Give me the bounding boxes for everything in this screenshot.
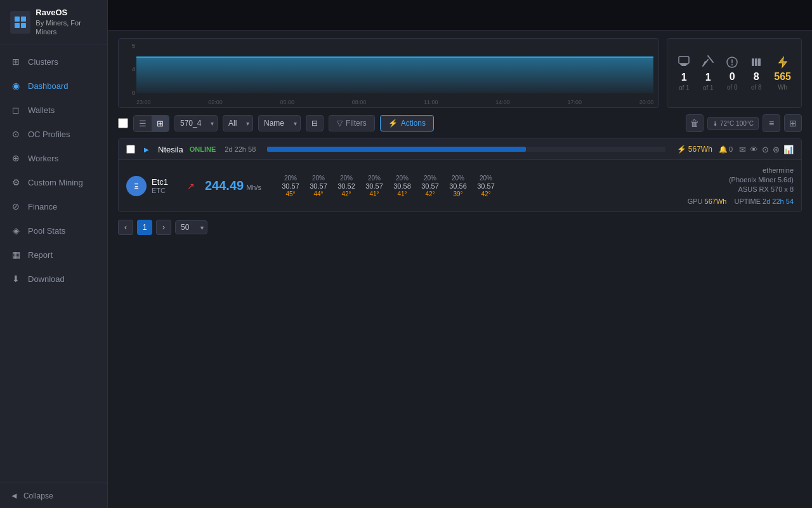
gpu-item: 20% 30.52 42° bbox=[334, 175, 358, 197]
sidebar-item-workers[interactable]: ⊕ Workers bbox=[0, 146, 107, 170]
custom-mining-icon: ⚙ bbox=[10, 177, 22, 188]
gpu-temp: 44° bbox=[313, 190, 323, 197]
gpu-pct: 20% bbox=[452, 175, 464, 182]
warnings-stat-value: 0 bbox=[730, 71, 735, 83]
svg-rect-14 bbox=[752, 58, 754, 66]
worker-main-hashrate: 244.49 Mh/s bbox=[205, 178, 268, 193]
thermometer-icon: 🌡 bbox=[712, 120, 719, 127]
settings-icon[interactable]: ⊙ bbox=[762, 145, 769, 154]
workers-stat-sub: of 1 bbox=[679, 84, 690, 91]
worker-uptime: 2d 22h 58 bbox=[225, 145, 256, 153]
gpu-pct: 20% bbox=[312, 175, 325, 182]
finance-icon: ⊘ bbox=[10, 201, 22, 212]
share-button[interactable]: ↗ bbox=[187, 181, 195, 191]
shield-icon[interactable]: ⊛ bbox=[773, 145, 780, 154]
filter-name-select[interactable]: 570_4 bbox=[174, 115, 218, 131]
page-1-button[interactable]: 1 bbox=[137, 220, 152, 235]
sidebar-item-label: Download bbox=[28, 274, 65, 284]
list-layout-button[interactable]: ≡ bbox=[763, 114, 780, 132]
delete-button[interactable]: 🗑 bbox=[686, 114, 704, 132]
select-all-checkbox[interactable] bbox=[118, 118, 128, 128]
view-toggle: ☰ ⊞ bbox=[133, 115, 169, 132]
gpu-pct: 20% bbox=[368, 175, 381, 182]
sidebar-item-label: Report bbox=[28, 250, 53, 260]
oc-profiles-icon: ⊙ bbox=[10, 128, 22, 140]
chart-y-label-mid: 4 bbox=[120, 66, 135, 72]
svg-rect-6 bbox=[681, 65, 686, 66]
sidebar-item-finance[interactable]: ⊘ Finance bbox=[0, 194, 107, 218]
message-icon[interactable]: ✉ bbox=[739, 145, 746, 154]
worker-name: Ntesila bbox=[158, 145, 183, 154]
collapse-arrow-icon: ◄ bbox=[10, 491, 18, 500]
collapse-button[interactable]: ◄ Collapse bbox=[0, 483, 107, 508]
sidebar-item-custom-mining[interactable]: ⚙ Custom Mining bbox=[0, 170, 107, 194]
grid-layout-button[interactable]: ⊞ bbox=[784, 114, 802, 132]
chart-x-label-4: 08:00 bbox=[352, 99, 367, 105]
actions-label: Actions bbox=[401, 119, 426, 128]
list-view-button[interactable]: ☰ bbox=[134, 116, 152, 131]
tune-button[interactable]: ⊟ bbox=[306, 115, 324, 131]
picks-stat-sub: of 1 bbox=[703, 84, 714, 91]
collapse-label: Collapse bbox=[23, 491, 53, 500]
sidebar: RaveOS By Miners, For Miners ⊞ Clusters … bbox=[0, 0, 108, 508]
tune-icon: ⊟ bbox=[311, 119, 318, 128]
worker-checkbox[interactable] bbox=[126, 145, 135, 154]
sidebar-item-wallets[interactable]: ◻ Wallets bbox=[0, 98, 107, 122]
sidebar-item-dashboard[interactable]: ◉ Dashboard bbox=[0, 74, 107, 98]
sidebar-item-download[interactable]: ⬇ Download bbox=[0, 267, 107, 291]
sidebar-item-label: Pool Stats bbox=[28, 226, 65, 236]
chart-icon[interactable]: 📊 bbox=[783, 145, 794, 154]
sidebar-item-oc-profiles[interactable]: ⊙ OC Profiles bbox=[0, 122, 107, 146]
svg-rect-16 bbox=[758, 58, 761, 66]
toolbar-right: 🗑 🌡 72°C 100°C ≡ ⊞ bbox=[686, 114, 802, 132]
gpu-item: 20% 30.57 42° bbox=[418, 175, 442, 197]
warnings-stat-sub: of 0 bbox=[727, 84, 738, 91]
gpu-hash: 30.57 bbox=[282, 182, 299, 190]
worker-hashrate-bar bbox=[267, 147, 665, 152]
gpu-hash: 30.57 bbox=[421, 182, 439, 190]
filters-button[interactable]: ▽ Filters bbox=[329, 115, 375, 131]
page-size-select[interactable]: 50 10 25 100 bbox=[175, 220, 207, 234]
actions-button[interactable]: ⚡ Actions bbox=[380, 115, 434, 131]
filter-status-select[interactable]: All bbox=[223, 115, 253, 131]
workers-icon: ⊕ bbox=[10, 152, 22, 164]
eye-icon[interactable]: 👁 bbox=[750, 145, 758, 154]
worker-coin-info: Etc1 ETC bbox=[152, 177, 168, 194]
svg-rect-15 bbox=[755, 58, 757, 66]
gpu-pct: 20% bbox=[396, 175, 409, 182]
gpu-item: 20% 30.57 45° bbox=[278, 175, 303, 197]
sidebar-item-label: Clusters bbox=[28, 57, 58, 67]
worker-miner: (Phoenix Miner 5.6d) bbox=[688, 176, 794, 184]
gpu-item: 20% 30.57 42° bbox=[474, 175, 498, 197]
worker-gpu-wh: GPU 567Wh bbox=[688, 197, 727, 205]
worker-wh: ⚡ 567Wh bbox=[677, 145, 712, 154]
gpu-temp: 39° bbox=[453, 190, 462, 197]
grid-view-button[interactable]: ⊞ bbox=[152, 116, 169, 131]
energy-stat-icon bbox=[750, 56, 763, 70]
wh-stat-sub: Wh bbox=[778, 84, 787, 91]
worker-alert: 🔔 0 bbox=[719, 145, 733, 154]
pagination: ‹ 1 › 50 10 25 100 ▾ bbox=[118, 212, 802, 243]
worker-alert-count: 0 bbox=[729, 145, 733, 153]
sidebar-item-report[interactable]: ▦ Report bbox=[0, 243, 107, 267]
next-page-button[interactable]: › bbox=[156, 220, 171, 235]
actions-icon: ⚡ bbox=[388, 119, 398, 128]
stat-warnings: 0 of 0 bbox=[726, 56, 738, 91]
app-title: RaveOS bbox=[36, 8, 97, 18]
filters-label: Filters bbox=[346, 119, 367, 128]
worker-hashrate-fill bbox=[267, 147, 526, 152]
sidebar-item-pool-stats[interactable]: ◈ Pool Stats bbox=[0, 218, 107, 243]
temp-display: 🌡 72°C 100°C bbox=[707, 117, 759, 130]
prev-page-button[interactable]: ‹ bbox=[118, 220, 133, 235]
svg-rect-1 bbox=[21, 17, 26, 22]
content-area: 5 4 0 23:00 02:00 bbox=[108, 30, 812, 508]
play-button[interactable]: ▶ bbox=[141, 144, 152, 154]
sort-by-select[interactable]: Name bbox=[258, 115, 301, 131]
gpu-temp: 45° bbox=[285, 190, 295, 197]
clusters-icon: ⊞ bbox=[10, 56, 22, 67]
stat-workers: 1 of 1 bbox=[678, 55, 690, 91]
hashrate-value: 244.49 bbox=[205, 178, 244, 193]
gpu-hash: 30.58 bbox=[393, 182, 411, 190]
energy-stat-sub: of 8 bbox=[751, 84, 762, 91]
sidebar-item-clusters[interactable]: ⊞ Clusters bbox=[0, 50, 107, 74]
